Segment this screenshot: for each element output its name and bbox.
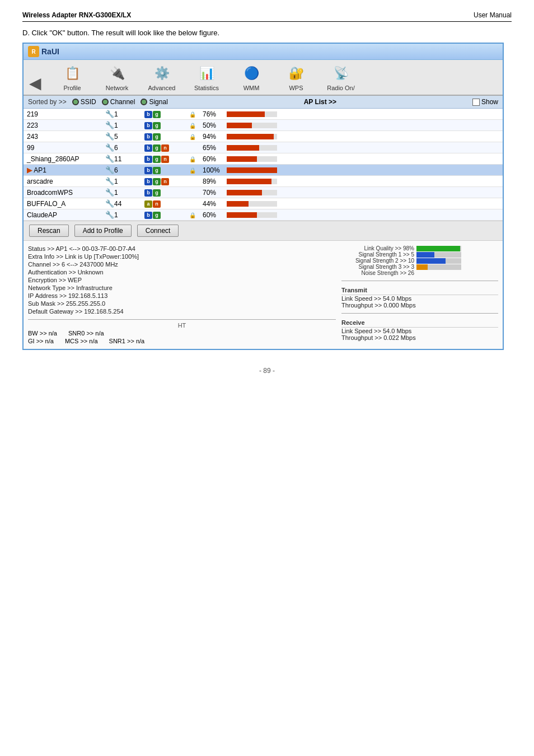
table-row[interactable]: arscadre🔧1bgn89% <box>24 176 503 187</box>
back-button[interactable]: ◀ <box>29 76 41 91</box>
table-row[interactable]: ▶ AP1🔧6bg🔒100% <box>24 165 503 176</box>
quality-bar-label: Signal Strength 3 >> 3 <box>341 264 414 270</box>
badge-b: b <box>144 167 152 174</box>
badge-g: g <box>153 133 161 141</box>
transmit-label: Transmit <box>341 287 498 295</box>
ap-badges: bg <box>141 109 186 120</box>
channel-line: Channel >> 6 <--> 2437000 MHz <box>28 261 336 268</box>
ht-row1: BW >> n/a SNR0 >> n/a <box>28 330 336 337</box>
table-row[interactable]: 219🔧1bg🔒76% <box>24 109 503 120</box>
rx-throughput: Throughput >> 0.022 Mbps <box>341 334 416 341</box>
badge-g: g <box>153 144 161 152</box>
gateway-line: Default Gateway >> 192.168.5.254 <box>28 308 336 315</box>
ap-badges: an <box>141 198 186 209</box>
lock-icon: 🔒 <box>189 212 196 218</box>
sorted-by-label: Sorted by >> <box>28 98 67 106</box>
channel-radio[interactable]: Channel <box>102 98 135 106</box>
quality-bar-inner <box>416 246 460 251</box>
badge-b: b <box>144 178 152 185</box>
radio-icon: 📡 <box>330 63 352 83</box>
nav-statistics[interactable]: 📊 Statistics <box>190 63 223 91</box>
sub-mask-line: Sub Mask >> 255.255.255.0 <box>28 300 336 307</box>
quality-bar-outer <box>416 246 461 251</box>
badge-b: b <box>144 156 152 163</box>
nav-profile[interactable]: 📋 Profile <box>55 63 89 91</box>
ap-lock <box>186 142 199 153</box>
wps-icon: 🔐 <box>285 63 307 83</box>
header-manual: User Manual <box>474 11 512 19</box>
badge-g: g <box>153 167 161 174</box>
table-row[interactable]: 243🔧5bg🔒94% <box>24 131 503 142</box>
ap-signal-pct: 100% <box>199 165 223 176</box>
noise-strength-label: Noise Strength >> 26 <box>341 270 414 276</box>
nav-wps[interactable]: 🔐 WPS <box>279 63 313 91</box>
ap-signal-bar <box>223 109 503 120</box>
ap-lock: 🔒 <box>186 131 199 142</box>
ap-badges: bgn <box>141 142 186 153</box>
ap-badges: bg <box>141 165 186 176</box>
rescan-button[interactable]: Rescan <box>29 225 69 237</box>
ap-signal-bar <box>223 187 503 198</box>
quality-bar-row: Signal Strength 1 >> 5 <box>341 251 498 258</box>
ap-ssid: _Shiang_2860AP <box>24 153 102 165</box>
ap-lock <box>186 176 199 187</box>
badge-n: n <box>161 178 169 185</box>
quality-bar-label: Signal Strength 2 >> 10 <box>341 258 414 264</box>
signal-radio[interactable]: Signal <box>140 98 167 106</box>
status-right: Link Quality >> 98%Signal Strength 1 >> … <box>341 245 498 344</box>
ap-lock <box>186 198 199 209</box>
network-icon: 🔌 <box>106 63 128 83</box>
nav-wmm[interactable]: 🔵 WMM <box>235 63 268 91</box>
ssid-radio[interactable]: SSID <box>72 98 96 106</box>
ap-badges: bg <box>141 187 186 198</box>
table-row[interactable]: BroadcomWPS🔧1bg70% <box>24 187 503 198</box>
show-checkbox[interactable]: Show <box>472 98 498 106</box>
ap-lock: 🔒 <box>186 209 199 221</box>
quality-bar-row: Signal Strength 3 >> 3 <box>341 264 498 270</box>
button-row: Rescan Add to Profile Connect <box>24 221 503 240</box>
ap-badges: bg <box>141 120 186 131</box>
table-row[interactable]: ClaudeAP🔧1bg🔒60% <box>24 209 503 221</box>
ap-channel: 🔧6 <box>102 142 141 153</box>
network-type-line: Network Type >> Infrastructure <box>28 284 336 291</box>
ip-address-line: IP Address >> 192.168.5.113 <box>28 292 336 299</box>
table-row[interactable]: 99🔧6bgn65% <box>24 142 503 153</box>
badge-g: g <box>153 178 161 185</box>
ap-signal-pct: 44% <box>199 198 223 209</box>
table-row[interactable]: _Shiang_2860AP🔧11bgn🔒60% <box>24 153 503 165</box>
ap-signal-pct: 65% <box>199 142 223 153</box>
ap-lock <box>186 187 199 198</box>
nav-advanced[interactable]: ⚙️ Advanced <box>145 63 179 91</box>
add-to-profile-button[interactable]: Add to Profile <box>74 225 132 237</box>
ap-ssid: 243 <box>24 131 102 142</box>
connect-button[interactable]: Connect <box>137 225 179 237</box>
lock-icon: 🔒 <box>189 167 196 174</box>
table-row[interactable]: 223🔧1bg🔒50% <box>24 120 503 131</box>
ap-ssid: ▶ AP1 <box>24 165 102 176</box>
ap-badges: bgn <box>141 176 186 187</box>
extra-info-line: Extra Info >> Link is Up [TxPower:100%] <box>28 253 336 260</box>
badge-b: b <box>144 189 152 197</box>
badge-b: b <box>144 111 152 118</box>
ap-signal-pct: 70% <box>199 187 223 198</box>
tx-link-speed: Link Speed >> 54.0 Mbps <box>341 295 411 302</box>
lock-icon: 🔒 <box>189 134 196 140</box>
quality-bar-inner <box>416 258 446 264</box>
quality-bar-label: Link Quality >> 98% <box>341 245 414 251</box>
ap-channel: 🔧6 <box>102 165 141 176</box>
ap-signal-bar <box>223 209 503 221</box>
status-line: Status >> AP1 <--> 00-03-7F-00-D7-A4 <box>28 245 336 252</box>
ap-signal-pct: 50% <box>199 120 223 131</box>
noise-strength-row: Noise Strength >> 26 <box>341 270 498 276</box>
nav-profile-label: Profile <box>63 85 81 91</box>
status-panel: Status >> AP1 <--> 00-03-7F-00-D7-A4 Ext… <box>24 240 503 349</box>
raui-titlebar: R RaUI <box>24 44 503 60</box>
badge-b: b <box>144 122 152 129</box>
nav-network[interactable]: 🔌 Network <box>100 63 134 91</box>
nav-toolbar: ◀ 📋 Profile 🔌 Network ⚙️ Advanced 📊 Stat… <box>24 60 503 96</box>
quality-bar-outer <box>416 264 461 270</box>
table-row[interactable]: BUFFALO_A🔧44an44% <box>24 198 503 209</box>
quality-bar-row: Signal Strength 2 >> 10 <box>341 258 498 264</box>
nav-radio[interactable]: 📡 Radio On/ <box>324 63 358 91</box>
raui-panel: R RaUI ◀ 📋 Profile 🔌 Network ⚙️ Advanced… <box>22 43 504 350</box>
